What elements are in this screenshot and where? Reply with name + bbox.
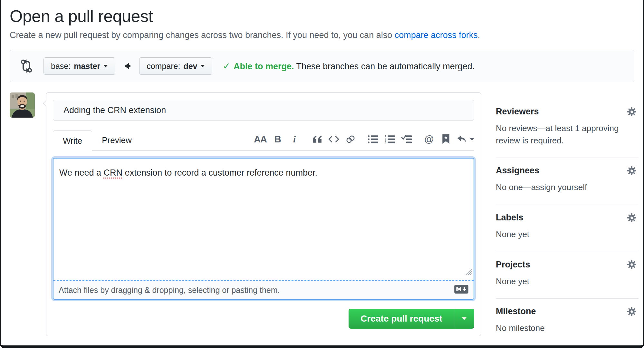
base-branch-value: master — [74, 62, 100, 71]
main-content-row: Write Preview AA B i — [10, 92, 634, 345]
tab-preview[interactable]: Preview — [92, 130, 141, 150]
toolbar-group-lists: 1 2 3 — [367, 132, 412, 146]
section-body: No one—assign yourself — [496, 181, 639, 194]
code-icon[interactable] — [328, 132, 340, 146]
gear-icon[interactable] — [627, 107, 637, 117]
spellcheck-underlined-word: CRN — [104, 168, 123, 178]
toolbar-group-misc: @ — [423, 132, 474, 146]
gear-icon[interactable] — [627, 213, 637, 223]
editor-resize-handle[interactable] — [465, 266, 472, 279]
composer-footer: Create pull request — [53, 300, 474, 329]
create-pull-request-button-group: Create pull request — [349, 309, 474, 329]
sidebar-section-projects: Projects — [496, 252, 639, 299]
chevron-down-icon — [103, 65, 108, 67]
sidebar-section-reviewers: Reviewers — [496, 99, 639, 158]
subtitle-period: . — [478, 30, 480, 40]
bold-icon[interactable]: B — [272, 132, 284, 146]
toolbar-group-text: AA B i — [254, 132, 300, 146]
chevron-down-icon — [470, 138, 474, 140]
tab-write[interactable]: Write — [53, 130, 92, 151]
attach-files-dropzone[interactable]: Attach files by dragging & dropping, sel… — [53, 280, 474, 299]
markdown-icon[interactable] — [454, 285, 468, 295]
mention-icon[interactable]: @ — [423, 132, 435, 146]
section-title: Milestone — [496, 306, 536, 316]
pr-body-editor[interactable]: We need a CRN extension to record a cust… — [53, 159, 474, 280]
ordered-list-icon[interactable]: 1 2 3 — [384, 132, 396, 146]
page-title: Open a pull request — [10, 6, 634, 26]
open-pull-request-page: Open a pull request Create a new pull re… — [1, 0, 643, 345]
check-icon: ✓ — [223, 61, 230, 71]
pr-body-text: extension to record a customer reference… — [122, 168, 317, 178]
gear-icon[interactable] — [627, 166, 637, 176]
chevron-down-icon — [200, 65, 205, 67]
pull-request-composer-card: Write Preview AA B i — [46, 92, 481, 336]
section-body: No reviews—at least 1 approving review i… — [496, 122, 639, 147]
base-branch-label: base: — [51, 62, 71, 71]
markdown-toolbar: AA B i — [243, 132, 474, 150]
git-compare-icon — [20, 59, 33, 73]
compare-branch-label: compare: — [147, 62, 180, 71]
section-body: None yet — [496, 276, 639, 288]
write-preview-tabs: Write Preview — [53, 130, 141, 150]
compare-branch-button[interactable]: compare: dev — [139, 57, 212, 75]
chevron-down-icon — [462, 317, 466, 320]
merge-status-detail: These branches can be automatically merg… — [294, 62, 475, 71]
merge-status: ✓Able to merge. These branches can be au… — [223, 61, 475, 72]
user-avatar — [10, 92, 35, 118]
saved-replies-bookmark-icon[interactable] — [440, 132, 452, 146]
pr-sidebar: Reviewers — [496, 92, 639, 345]
reply-icon[interactable] — [457, 132, 474, 146]
section-title: Projects — [496, 260, 530, 270]
page-subtitle: Create a new pull request by comparing c… — [10, 30, 634, 40]
subtitle-text: Create a new pull request by comparing c… — [10, 30, 395, 40]
svg-text:3: 3 — [385, 140, 386, 144]
section-title: Reviewers — [496, 107, 539, 117]
compare-across-forks-link[interactable]: compare across forks — [395, 30, 478, 40]
browser-frame: Open a pull request Create a new pull re… — [0, 0, 644, 348]
section-body: None yet — [496, 228, 639, 241]
base-branch-button[interactable]: base: master — [43, 57, 115, 75]
sidebar-section-assignees: Assignees — [496, 158, 639, 205]
gear-icon[interactable] — [627, 307, 637, 316]
section-title: Assignees — [496, 166, 539, 176]
arrow-left-icon — [123, 62, 131, 70]
sidebar-section-labels: Labels — [496, 205, 639, 252]
pr-body-editor-group: We need a CRN extension to record a cust… — [53, 158, 474, 300]
pr-title-input[interactable] — [53, 100, 474, 121]
toolbar-group-insert — [311, 132, 356, 146]
unordered-list-icon[interactable] — [367, 132, 379, 146]
compare-branch-value: dev — [183, 62, 197, 71]
create-pull-request-button[interactable]: Create pull request — [349, 309, 454, 328]
gear-icon[interactable] — [627, 260, 637, 269]
link-icon[interactable] — [345, 132, 356, 146]
quote-icon[interactable] — [311, 132, 323, 146]
attach-files-hint: Attach files by dragging & dropping, sel… — [59, 285, 280, 295]
text-size-icon[interactable]: AA — [254, 132, 267, 146]
italic-icon[interactable]: i — [289, 132, 300, 146]
create-pull-request-dropdown[interactable] — [454, 309, 474, 328]
comment-form-tabnav: Write Preview AA B i — [53, 130, 474, 151]
task-list-icon[interactable] — [401, 132, 412, 146]
section-title: Labels — [496, 213, 524, 223]
pr-body-text: We need a — [59, 168, 104, 178]
branch-compare-bar: base: master compare: dev ✓Able to merge… — [10, 50, 634, 82]
merge-status-headline: Able to merge. — [234, 62, 294, 71]
section-body: No milestone — [496, 322, 639, 334]
sidebar-section-milestone: Milestone — [496, 299, 639, 345]
